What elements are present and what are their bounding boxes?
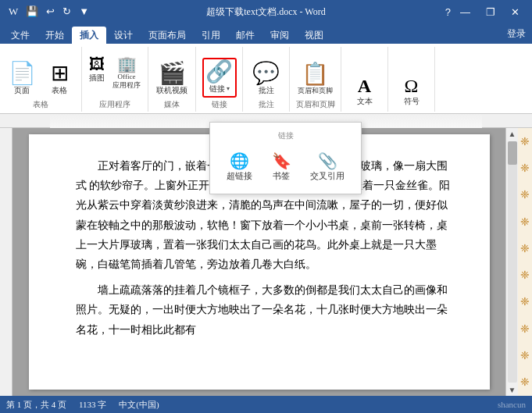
window-title: 超级下载text文档.docx - Word [206,6,325,17]
quick-access-toolbar: W 💾 ↩ ↻ ▼ [6,4,91,20]
office-app-label: Office应用程序 [112,73,141,91]
picture-icon: 🖼 [89,55,105,73]
decorative-right-panel: ❈ ❈ ❈ ❈ ❈ ❈ ❈ ❈ ❈ ❈ [518,128,532,396]
hyperlink-button[interactable]: 🌐 超链接 [220,148,259,186]
close-button[interactable]: ✕ [505,5,526,20]
picture-label: 插图 [89,73,105,84]
scroll-up-button[interactable]: ▲ [507,128,518,140]
tab-view[interactable]: 视图 [297,27,331,44]
page-count: 第 1 页，共 4 页 [6,399,66,411]
status-bar: 第 1 页，共 4 页 1133 字 中文(中国) shancun [0,396,532,413]
popup-section-label: 链接 [215,129,356,144]
shancun-watermark: shancun [498,400,526,409]
tab-home[interactable]: 开始 [37,27,72,44]
picture-button[interactable]: 🖼 插图 [87,54,107,92]
ribbon-group-media: 🎬 联机视频 媒体 [148,47,196,112]
tab-page-layout[interactable]: 页面布局 [141,27,194,44]
tab-review[interactable]: 审阅 [262,27,297,44]
link-dropdown-popup: 链接 🌐 超链接 🔖 书签 📎 交叉引用 [209,122,362,194]
table-label: 表格 [52,85,67,96]
group-label-illustration: 应用程序 [99,99,130,110]
ribbon-group-comment: 💬 批注 批注 [243,47,290,112]
tab-design[interactable]: 设计 [106,27,141,44]
language: 中文(中国) [119,399,159,411]
scrollbar-track[interactable] [508,141,517,383]
word-logo-icon: W [6,4,20,20]
vertical-scrollbar: ▲ ▼ [505,128,518,396]
paragraph-2: 墙上疏疏落落的挂着几个镜框子，大多数的倒都是我们太太自己的画像和照片。无疑的，一… [76,280,451,340]
minimize-button[interactable]: — [454,5,477,20]
group-label-table: 表格 [33,99,48,110]
symbol-label: 符号 [404,96,420,107]
popup-row-hyperlink: 🌐 超链接 🔖 书签 📎 交叉引用 [215,144,356,189]
page-icon: 📄 [9,62,36,84]
header-footer-label: 页眉和页脚 [298,86,333,96]
link-dropdown-arrow: ▾ [227,85,230,92]
deco-icon-10: ❈ [520,376,530,389]
login-button[interactable]: 登录 [507,27,526,41]
deco-icon-6: ❈ [520,269,530,282]
deco-icon-3: ❈ [520,188,530,201]
symbol-icon: Ω [405,77,419,95]
cross-ref-icon: 📎 [318,151,337,170]
page-label: 页面 [14,85,30,96]
symbol-button[interactable]: Ω 符号 [395,75,429,109]
online-video-button[interactable]: 🎬 联机视频 [153,61,191,98]
text-button[interactable]: A 文本 [348,75,382,109]
group-label-link: 链接 [212,99,227,110]
video-icon: 🎬 [159,62,186,84]
ribbon-group-text: A 文本 [341,47,388,112]
bookmark-icon: 🔖 [272,151,291,170]
ribbon: 📄 页面 ⊞ 表格 表格 🖼 插图 🏢 Office应用程序 [0,44,532,114]
office-app-button[interactable]: 🏢 Office应用程序 [110,54,143,92]
cross-ref-label: 交叉引用 [310,170,345,182]
office-app-icon: 🏢 [117,55,137,73]
ribbon-tabs: 文件 开始 插入 设计 页面布局 引用 邮件 审阅 视图 登录 [0,23,532,44]
tab-mail[interactable]: 邮件 [228,27,262,44]
bookmark-label: 书签 [273,170,290,182]
tab-insert[interactable]: 插入 [72,27,106,44]
deco-icon-7: ❈ [520,295,530,308]
ribbon-group-symbol: Ω 符号 [388,47,435,112]
header-footer-icon: 📋 [302,63,329,85]
header-footer-button[interactable]: 📋 页眉和页脚 [295,62,336,98]
hyperlink-label: 超链接 [227,170,252,182]
redo-icon[interactable]: ↻ [60,4,73,20]
deco-icon-5: ❈ [520,242,530,255]
word-count: 1133 字 [79,399,106,411]
page-button[interactable]: 📄 页面 [5,61,39,98]
deco-icon-4: ❈ [520,215,530,229]
table-icon: ⊞ [51,62,69,84]
tab-file[interactable]: 文件 [3,27,37,44]
group-label-media: 媒体 [164,99,180,110]
link-button[interactable]: 🔗 链接 ▾ [202,58,237,98]
deco-icon-8: ❈ [520,322,530,336]
comment-label: 批注 [259,85,274,96]
ribbon-group-header-footer: 📋 页眉和页脚 页眉和页脚 [290,47,341,112]
save-icon[interactable]: 💾 [23,4,41,20]
bookmark-button[interactable]: 🔖 书签 [262,148,300,186]
scroll-down-button[interactable]: ▼ [507,384,518,396]
table-button[interactable]: ⊞ 表格 [42,61,77,98]
comment-button[interactable]: 💬 批注 [249,61,284,98]
tab-references[interactable]: 引用 [194,27,228,44]
restore-button[interactable]: ❐ [480,5,502,20]
help-button[interactable]: ? [445,6,451,18]
deco-icon-9: ❈ [520,349,530,362]
title-bar: W 💾 ↩ ↻ ▼ 超级下载text文档.docx - Word ? — ❐ ✕ [0,0,532,23]
group-label-header-footer: 页眉和页脚 [296,99,335,110]
deco-icon-1: ❈ [520,135,530,148]
ribbon-group-link: 🔗 链接 ▾ 链接 [196,47,243,112]
deco-icon-2: ❈ [520,162,530,175]
undo-icon[interactable]: ↩ [44,4,57,20]
link-label: 链接 [209,84,225,94]
cross-reference-button[interactable]: 📎 交叉引用 [303,148,352,186]
comment-icon: 💬 [252,62,280,84]
customize-qa-icon[interactable]: ▼ [77,4,91,20]
video-label: 联机视频 [156,85,187,96]
ribbon-group-illustration: 🖼 插图 🏢 Office应用程序 应用程序 [82,47,148,112]
scrollbar-thumb[interactable] [508,141,517,165]
link-icon: 🔗 [205,61,233,83]
text-icon: A [358,77,371,95]
ribbon-group-table: 📄 页面 ⊞ 表格 表格 [0,47,82,112]
